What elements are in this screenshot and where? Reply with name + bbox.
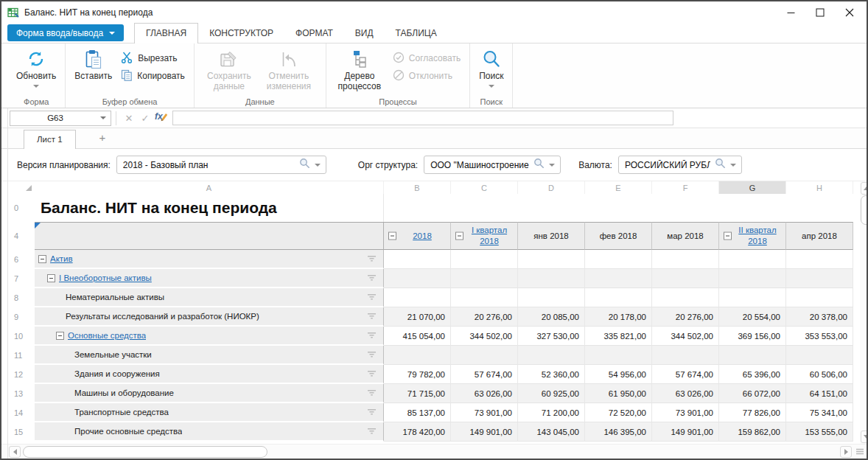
cell-g14[interactable]: 77 826,00 [719,403,786,422]
insert-function-button[interactable]: fx [153,111,169,125]
row-header-11[interactable]: 11 [8,346,35,365]
form-io-menu-button[interactable]: Форма ввода/вывода [7,24,124,41]
row-header-8[interactable]: 8 [8,288,35,307]
cell-b6[interactable] [384,250,451,269]
row-header-15[interactable]: 15 [8,422,35,442]
cell-h11[interactable] [786,346,853,365]
cell-d8[interactable] [518,288,585,307]
row-label-cell[interactable]: Прочие основные средства [35,422,384,442]
row-header-14[interactable]: 14 [8,403,35,422]
column-period-label[interactable]: II квартал 2018 [732,225,783,247]
column-header-b[interactable]: B [384,181,451,194]
search-icon[interactable] [715,158,726,172]
header-cell-h4[interactable]: апр 2018 [786,222,853,250]
add-sheet-button[interactable]: + [94,131,112,148]
cell-e15[interactable]: 146 395,00 [585,422,652,442]
header-cell-f4[interactable]: мар 2018 [652,222,719,250]
column-header-d[interactable]: D [518,181,585,194]
search-icon[interactable] [299,158,310,172]
scroll-down-button[interactable] [861,431,868,443]
header-cell-e4[interactable]: фев 2018 [585,222,652,250]
header-cell-b4[interactable]: 2018 [384,222,451,250]
refresh-button[interactable]: Обновить [13,46,59,88]
cell-c13[interactable]: 63 026,00 [451,384,518,403]
cell-e12[interactable]: 54 956,00 [585,365,652,384]
cell-f9[interactable]: 20 276,00 [652,307,719,327]
column-period-label[interactable]: I квартал 2018 [464,225,514,247]
cell-g6[interactable] [719,250,786,269]
cell-c12[interactable]: 57 674,00 [451,365,518,384]
minimize-button[interactable] [785,7,796,18]
maximize-button[interactable] [815,7,825,18]
column-header-g[interactable]: G [719,181,786,194]
cell-d9[interactable]: 20 085,00 [518,307,585,327]
search-icon[interactable] [533,158,545,172]
filter-icon[interactable] [367,294,377,301]
cell-b13[interactable]: 71 715,00 [384,384,451,403]
cut-button[interactable]: Вырезать [118,51,188,66]
collapse-toggle-icon[interactable] [47,274,55,282]
row-label-cell[interactable]: Здания и сооружения [35,365,384,384]
cell-c7[interactable] [451,269,518,288]
vertical-scroll-track[interactable] [861,195,868,430]
tab-format[interactable]: ФОРМАТ [284,24,344,43]
filter-currency-dropdown[interactable]: РОССИЙСКИЙ РУБЛЬ [618,156,742,174]
cell-h6[interactable] [786,250,853,269]
chevron-down-icon[interactable] [549,164,555,167]
process-tree-button[interactable]: Дерево процессов [332,46,387,92]
cell-d15[interactable]: 143 045,00 [518,422,585,442]
cell-e11[interactable] [585,346,652,365]
cell-d12[interactable]: 52 360,00 [518,365,585,384]
row-label-cell[interactable]: Нематериальные активы [35,288,384,307]
row-label[interactable]: I Внеоборотные активы [59,273,152,282]
copy-button[interactable]: Копировать [118,69,188,83]
header-cell-c4[interactable]: I квартал 2018 [451,222,518,250]
cell-b12[interactable]: 79 782,00 [384,365,451,384]
cell-e8[interactable] [585,288,652,307]
cell-f13[interactable]: 63 026,00 [652,384,719,403]
vertical-scrollbar[interactable] [860,181,868,444]
chevron-down-icon[interactable] [730,164,736,167]
scroll-left-button[interactable] [9,446,21,458]
header-cell-d4[interactable]: янв 2018 [518,222,585,250]
collapse-toggle-icon[interactable] [56,332,64,340]
column-period-label[interactable]: 2018 [413,231,432,242]
row-label-cell[interactable]: Результаты исследований и разработок (НИ… [35,307,384,327]
cell-c8[interactable] [451,288,518,307]
cell-reference-box[interactable]: G63 [10,111,111,126]
cell-b14[interactable]: 85 137,00 [384,403,451,422]
cell-g13[interactable]: 66 072,00 [719,384,786,403]
cell-f8[interactable] [652,288,719,307]
cell-b7[interactable] [384,269,451,288]
grid-select-all-corner[interactable] [8,181,35,194]
cell-b10[interactable]: 415 054,00 [384,327,451,346]
column-header-e[interactable]: E [585,181,652,194]
filter-icon[interactable] [367,332,377,339]
collapse-toggle-icon[interactable] [724,232,732,240]
cell-g9[interactable]: 20 554,00 [719,307,786,327]
sheet-tab-list1[interactable]: Лист 1 [24,130,76,149]
cell-h12[interactable]: 60 506,00 [786,365,853,384]
search-button[interactable]: Поиск [476,46,506,88]
cell-h13[interactable]: 64 151,00 [786,384,853,403]
cell-e13[interactable]: 61 950,00 [585,384,652,403]
resize-grip[interactable] [853,446,866,458]
chevron-down-icon[interactable] [315,164,321,167]
cell-c6[interactable] [451,250,518,269]
cell-e9[interactable]: 20 178,00 [585,307,652,327]
cell-h8[interactable] [786,288,853,307]
horizontal-scrollbar[interactable] [1,444,867,459]
cell-f15[interactable]: 149 901,00 [652,422,719,442]
cell-g7[interactable] [719,269,786,288]
cell-f14[interactable]: 73 901,00 [652,403,719,422]
cancel-entry-button[interactable]: ✕ [121,111,137,125]
scroll-right-button[interactable] [840,446,852,458]
row-header-6[interactable]: 6 [8,250,35,269]
row-header-13[interactable]: 13 [8,384,35,403]
cell-h14[interactable]: 75 341,00 [786,403,853,422]
cell-b8[interactable] [384,288,451,307]
cell-b9[interactable]: 21 070,00 [384,307,451,327]
column-header-f[interactable]: F [652,181,719,194]
collapse-toggle-icon[interactable] [388,232,396,240]
tab-konstruktor[interactable]: КОНСТРУКТОР [198,24,284,43]
